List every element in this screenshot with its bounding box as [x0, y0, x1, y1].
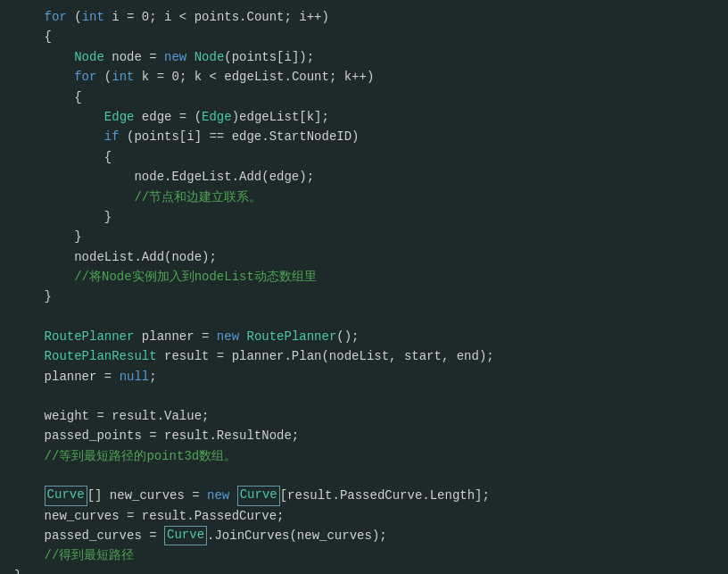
indent: [14, 367, 45, 387]
indent: [14, 327, 45, 346]
code-line: new_curves = result.PassedCurve;: [14, 506, 714, 526]
code-line: //节点和边建立联系。: [14, 187, 714, 207]
curve-highlight: Curve: [237, 486, 280, 505]
token-plain: planner =: [45, 367, 120, 387]
token-kw: new: [217, 327, 239, 346]
token-kw: int: [112, 67, 134, 87]
indent: [14, 545, 45, 565]
curve-highlight: Curve: [45, 486, 87, 505]
code-line: }: [14, 566, 714, 574]
code-line: if (points[i] == edge.StartNodeID): [14, 127, 714, 146]
token-plain: }: [104, 207, 112, 227]
indent: [14, 47, 74, 67]
token-kw: int: [82, 7, 104, 27]
code-line: {: [14, 87, 714, 107]
code-line: Curve[] new_curves = new Curve[result.Pa…: [14, 486, 714, 505]
indent: [14, 207, 104, 227]
code-line: {: [14, 27, 714, 46]
code-line: //得到最短路径: [14, 545, 714, 565]
code-line: }: [14, 227, 714, 246]
code-line: for (int i = 0; i < points.Count; i++): [14, 7, 714, 27]
token-kw: if: [104, 127, 120, 146]
code-line: planner = null;: [14, 367, 714, 387]
code-line: //将Node实例加入到nodeList动态数组里: [14, 267, 714, 287]
code-line: Node node = new Node(points[i]);: [14, 47, 714, 67]
indent: [14, 406, 45, 426]
code-line: }: [14, 207, 714, 227]
token-type: RoutePlanner: [45, 327, 135, 346]
code-line: {: [14, 147, 714, 167]
code-line: [14, 387, 714, 406]
code-line: nodeList.Add(node);: [14, 247, 714, 267]
token-comment: //得到最短路径: [45, 545, 135, 565]
code-line: RoutePlanResult result = planner.Plan(no…: [14, 346, 714, 366]
indent: [14, 486, 45, 505]
token-plain: }: [14, 566, 21, 574]
token-comment: //等到最短路径的point3d数组。: [45, 446, 237, 466]
token-plain: }: [74, 227, 81, 246]
token-plain: {: [74, 87, 81, 107]
indent: [14, 426, 45, 445]
indent: [14, 526, 45, 545]
indent: [14, 107, 104, 127]
indent: [14, 287, 45, 306]
token-type: Node: [194, 47, 225, 67]
indent: [14, 7, 45, 27]
token-plain: {: [104, 147, 112, 167]
token-plain: {: [45, 27, 52, 46]
token-kw: for: [74, 67, 96, 87]
token-type: Node: [74, 47, 104, 67]
token-plain: }: [45, 287, 52, 306]
token-plain: (: [96, 67, 112, 87]
code-line: for (int k = 0; k < edgeList.Count; k++): [14, 67, 714, 87]
token-kw: null: [120, 367, 150, 387]
code-line: Edge edge = (Edge)edgeList[k];: [14, 107, 714, 127]
token-plain: k = 0; k < edgeList.Count; k++): [134, 67, 374, 87]
token-kw: for: [45, 7, 67, 27]
indent: [14, 506, 45, 526]
code-line: //等到最短路径的point3d数组。: [14, 446, 714, 466]
code-line: passed_curves = Curve.JoinCurves(new_cur…: [14, 526, 714, 545]
code-line: }: [14, 287, 714, 306]
token-type: Edge: [104, 107, 135, 127]
token-plain: (points[i] == edge.StartNodeID): [120, 127, 360, 146]
code-line: [14, 307, 714, 327]
token-kw: new: [164, 47, 186, 67]
indent: [14, 446, 45, 466]
token-kw: new: [207, 486, 229, 505]
indent: [14, 127, 104, 146]
token-plain: passed_points = result.ResultNode;: [45, 426, 300, 445]
indent: [14, 187, 134, 207]
indent: [14, 227, 74, 246]
curve-highlight: Curve: [164, 526, 207, 545]
token-plain: i = 0; i < points.Count; i++): [104, 7, 329, 27]
indent: [14, 346, 45, 366]
token-plain: [result.PassedCurve.Length];: [280, 486, 490, 505]
token-plain: [] new_curves =: [87, 486, 207, 505]
code-line: weight = result.Value;: [14, 406, 714, 426]
token-plain: node =: [104, 47, 164, 67]
indent: [14, 247, 74, 267]
code-line: [14, 466, 714, 486]
token-plain: ;: [149, 367, 156, 387]
token-plain: nodeList.Add(node);: [74, 247, 217, 267]
token-plain: [186, 47, 194, 67]
token-plain: new_curves = result.PassedCurve;: [45, 506, 285, 526]
code-line: passed_points = result.ResultNode;: [14, 426, 714, 445]
code-line: node.EdgeList.Add(edge);: [14, 167, 714, 187]
code-line: RoutePlanner planner = new RoutePlanner(…: [14, 327, 714, 346]
indent: [14, 147, 104, 167]
token-plain: .JoinCurves(new_curves);: [207, 526, 387, 545]
code-editor: for (int i = 0; i < points.Count; i++) {…: [0, 0, 728, 574]
token-plain: )edgeList[k];: [232, 107, 329, 127]
token-type: RoutePlanResult: [45, 346, 157, 366]
token-plain: [229, 486, 236, 505]
indent: [14, 167, 134, 187]
indent: [14, 27, 45, 46]
token-plain: edge = (: [134, 107, 202, 127]
token-plain: [239, 327, 246, 346]
token-type: RoutePlanner: [246, 327, 336, 346]
token-type: Edge: [202, 107, 232, 127]
token-comment: //将Node实例加入到nodeList动态数组里: [74, 267, 317, 287]
token-plain: result = planner.Plan(nodeList, start, e…: [157, 346, 494, 366]
